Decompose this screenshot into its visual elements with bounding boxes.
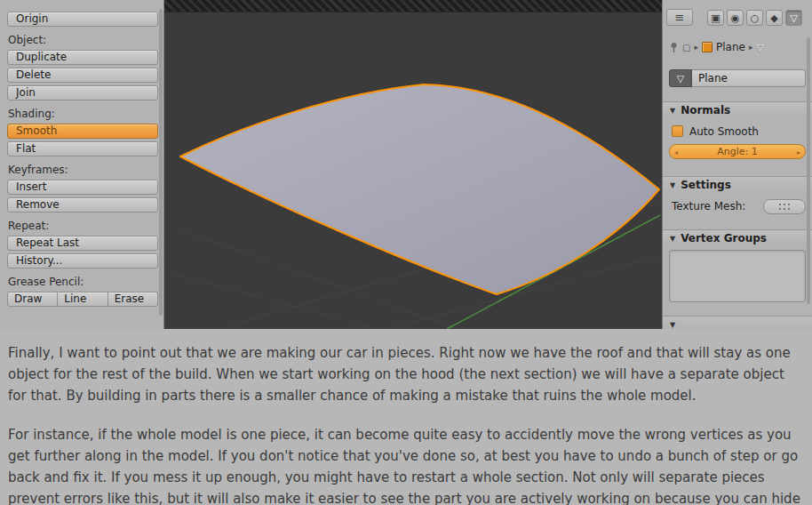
auto-smooth-label: Auto Smooth <box>689 125 759 138</box>
texture-mesh-row: Texture Mesh: <box>672 198 806 214</box>
insert-keyframe-button[interactable]: Insert <box>7 180 158 195</box>
grease-line-button[interactable]: Line <box>58 292 107 307</box>
scene-icon[interactable]: ▢ <box>682 43 690 52</box>
collapse-triangle-icon: ▼ <box>670 235 675 243</box>
mesh-datablock-icon: ▽ <box>669 69 692 87</box>
slider-right-arrow-icon: ▸ <box>797 148 800 156</box>
blender-window: Origin Object: Duplicate Delete Join Sha… <box>0 0 812 329</box>
properties-editor-icon: ≡ <box>675 11 685 24</box>
roof-mesh-object[interactable] <box>180 84 659 294</box>
collapse-triangle-icon: ▼ <box>670 321 675 329</box>
viewport-3d[interactable] <box>164 0 662 329</box>
mesh-data-icon[interactable]: ▽ <box>756 42 763 53</box>
angle-value: Angle: 1 <box>717 146 758 157</box>
tool-shelf-scrollbar[interactable] <box>159 9 163 316</box>
tab-object-data-icon[interactable]: ▽ <box>785 10 802 26</box>
delete-button[interactable]: Delete <box>7 68 158 83</box>
object-section-label: Object: <box>8 34 163 47</box>
breadcrumb: ▢ ▸ Plane ▸ ▽ <box>669 40 808 54</box>
shading-section-label: Shading: <box>8 108 163 121</box>
breadcrumb-arrow-icon: ▸ <box>749 43 753 52</box>
properties-scrollbar[interactable] <box>807 37 810 304</box>
keyframes-section-label: Keyframes: <box>8 164 163 177</box>
grease-draw-button[interactable]: Draw <box>7 292 58 307</box>
pin-icon[interactable] <box>669 42 679 53</box>
breadcrumb-object-name[interactable]: Plane <box>716 41 745 53</box>
tool-shelf: Origin Object: Duplicate Delete Join Sha… <box>0 0 164 329</box>
mesh-dots-icon <box>778 203 791 211</box>
grease-pencil-section-label: Grease Pencil: <box>8 276 163 289</box>
tab-scene-icon[interactable]: ◉ <box>727 10 744 26</box>
texture-mesh-field[interactable] <box>763 199 806 214</box>
viewport-canvas <box>164 0 662 329</box>
repeat-section-label: Repeat: <box>8 220 163 233</box>
tab-render-icon[interactable]: ▣ <box>707 10 724 26</box>
page: Origin Object: Duplicate Delete Join Sha… <box>0 0 812 505</box>
paragraph-2: For instance, if the whole model is one … <box>8 424 805 505</box>
join-button[interactable]: Join <box>7 85 158 100</box>
remove-keyframe-button[interactable]: Remove <box>7 197 158 212</box>
auto-smooth-checkbox[interactable] <box>672 125 683 137</box>
duplicate-button[interactable]: Duplicate <box>7 50 158 65</box>
slider-left-arrow-icon: ◂ <box>674 148 678 156</box>
paragraph-1: Finally, I want to point out that we are… <box>8 342 805 406</box>
settings-panel-header[interactable]: ▼Settings <box>663 176 812 192</box>
mesh-name-field[interactable]: Plane <box>692 69 806 87</box>
flat-button[interactable]: Flat <box>7 141 158 156</box>
editor-type-button[interactable]: ≡ <box>666 9 693 26</box>
texture-mesh-label: Texture Mesh: <box>672 200 745 212</box>
grease-pencil-row: Draw Line Erase <box>7 292 158 307</box>
vertex-groups-panel-header[interactable]: ▼Vertex Groups <box>663 229 812 245</box>
history-button[interactable]: History... <box>7 253 158 269</box>
properties-panel: ≡ ▣ ◉ ○ ◆ ▽ ▢ ▸ Plane ▸ ▽ ▽ Plane <box>662 0 812 329</box>
article-text: Finally, I want to point out that we are… <box>0 329 812 505</box>
breadcrumb-arrow-icon: ▸ <box>694 43 698 52</box>
object-cube-icon <box>702 42 712 52</box>
normals-header-label: Normals <box>681 104 730 116</box>
mesh-name-row: ▽ Plane <box>669 69 806 87</box>
collapse-triangle-icon: ▼ <box>670 107 675 115</box>
smooth-button[interactable]: Smooth <box>7 124 158 139</box>
partial-panel-header[interactable]: ▼ <box>663 316 812 329</box>
settings-header-label: Settings <box>681 179 731 191</box>
origin-button[interactable]: Origin <box>7 12 158 27</box>
vertex-groups-list[interactable] <box>669 250 806 302</box>
auto-smooth-angle-slider[interactable]: ◂ Angle: 1 ▸ <box>669 144 806 159</box>
normals-panel-header[interactable]: ▼Normals <box>663 101 812 117</box>
collapse-triangle-icon: ▼ <box>670 181 675 189</box>
viewport-header-strip[interactable] <box>164 0 662 12</box>
repeat-last-button[interactable]: Repeat Last <box>7 236 158 251</box>
tab-world-icon[interactable]: ○ <box>746 10 763 26</box>
auto-smooth-row: Auto Smooth <box>672 124 759 138</box>
vertex-groups-header-label: Vertex Groups <box>681 232 767 244</box>
tab-object-icon[interactable]: ◆ <box>766 10 783 26</box>
grease-erase-button[interactable]: Erase <box>108 292 158 307</box>
